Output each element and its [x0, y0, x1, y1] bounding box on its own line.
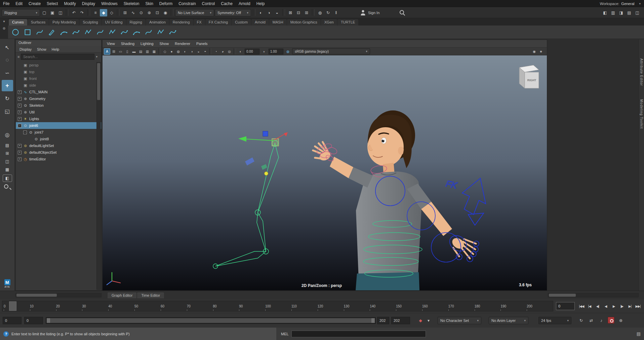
expand-toggle[interactable]: + — [18, 117, 22, 121]
redo-icon[interactable]: ↷ — [78, 9, 86, 16]
undo-icon[interactable]: ↶ — [70, 9, 78, 16]
step-back-key-button[interactable]: |◀ — [586, 302, 594, 310]
node-editor-icon[interactable]: ⊟ — [295, 9, 302, 16]
outliner-item[interactable]: + Skeleton — [16, 102, 101, 109]
workspace-selector[interactable]: Workspace: General — [600, 2, 644, 6]
animation-preferences-icon[interactable]: ⊛ — [617, 317, 625, 324]
step-forward-key-button[interactable]: ▶| — [626, 302, 634, 310]
gamma-icon[interactable]: ◗ — [261, 48, 267, 55]
search-input[interactable] — [21, 54, 94, 60]
three-point-arc-icon[interactable] — [58, 27, 69, 38]
expand-toggle[interactable]: - — [18, 124, 22, 128]
rebuild-curve-icon[interactable] — [155, 27, 166, 38]
expand-toggle[interactable]: - — [23, 131, 27, 134]
exposure-field[interactable]: 0.00 — [245, 49, 259, 54]
outliner-menu-item[interactable]: Display — [17, 47, 34, 52]
occlusion-icon[interactable]: ◒ — [195, 48, 202, 55]
use-all-lights-icon[interactable]: ◐ — [182, 48, 188, 55]
shelf-tab[interactable]: MASH — [269, 19, 287, 26]
outliner-item[interactable]: front — [16, 75, 101, 82]
menubar-item[interactable]: Windows — [98, 0, 121, 7]
cycle-check-icon[interactable]: ↻ — [324, 9, 332, 16]
menubar-item[interactable]: Modify — [61, 0, 79, 7]
single-pane-layout-icon[interactable]: ▤ — [3, 142, 12, 149]
expand-toggle[interactable]: + — [18, 110, 22, 114]
bezier-curve-tool-icon[interactable] — [71, 27, 81, 38]
make-live-icon[interactable]: ◉ — [162, 9, 169, 16]
symmetry-dropdown[interactable]: Symmetry: Off — [215, 9, 251, 16]
go-to-end-button[interactable]: ▶▶| — [634, 302, 642, 310]
sidebar-vertical-tab[interactable]: Modeling Toolkit — [640, 99, 643, 129]
outliner-item[interactable]: + Util — [16, 109, 101, 115]
uv-editor-icon[interactable]: ⊞ — [303, 9, 310, 16]
ep-curve-tool-icon[interactable] — [34, 27, 45, 38]
outliner-item[interactable]: - joint6 — [16, 122, 101, 129]
viewport-menu-item[interactable]: Panels — [193, 41, 211, 46]
playback-end-field[interactable]: 202 — [377, 317, 389, 324]
file-open-icon[interactable]: ▣ — [49, 9, 56, 16]
play-forward-button[interactable]: ▶ — [610, 302, 618, 310]
motion-blur-icon[interactable]: ◓ — [202, 48, 208, 55]
viewport-menu-item[interactable]: View — [104, 41, 118, 46]
playblast-icon[interactable]: ⇄ — [588, 317, 595, 324]
menubar-item[interactable]: Cache — [218, 0, 236, 7]
mel-command-input[interactable] — [291, 331, 426, 337]
viewport-menu-item[interactable]: Shading — [118, 41, 137, 46]
shelf-tab[interactable]: Motion Graphics — [287, 19, 321, 26]
menubar-item[interactable]: Deform — [156, 0, 175, 7]
film-gate-icon[interactable]: ▭ — [117, 48, 124, 55]
file-new-icon[interactable]: ▢ — [41, 9, 48, 16]
fps-dropdown[interactable]: 24 fps — [538, 317, 571, 324]
soft-modification-icon[interactable]: ◎ — [2, 129, 13, 140]
step-forward-frame-button[interactable]: |▶ — [618, 302, 626, 310]
outliner-item[interactable]: + CTL_MAIN — [16, 89, 101, 95]
editor-tab[interactable]: Time Editor — [137, 292, 164, 298]
filter-icon[interactable]: ≡ — [17, 55, 19, 59]
two-pane-layout-icon[interactable]: ◫ — [3, 158, 12, 165]
extend-curve-icon[interactable] — [131, 27, 142, 38]
nurbs-square-icon[interactable] — [22, 27, 33, 38]
snap-point-icon[interactable]: ⊙ — [137, 9, 145, 16]
shaded-mode-icon[interactable]: ● — [168, 48, 175, 55]
set-key-icon[interactable]: ◆ — [417, 317, 424, 324]
expand-toggle[interactable]: + — [18, 151, 22, 154]
outliner-menu-item[interactable]: Help — [49, 47, 62, 52]
select-tool-icon[interactable]: ↖ — [2, 42, 13, 53]
select-hierarchy-icon[interactable]: ≡ — [92, 9, 99, 16]
shelf-tab[interactable]: Sculpting — [79, 19, 101, 26]
outliner-item[interactable]: persp — [16, 62, 101, 68]
anim-layer-dropdown[interactable]: No Anim Layer — [489, 317, 528, 324]
expand-toggle[interactable]: + — [18, 104, 22, 107]
character-menu-caret-icon[interactable]: ▾ — [425, 317, 432, 324]
menubar-item[interactable]: Display — [79, 0, 98, 7]
snap-grid-icon[interactable]: ⊞ — [121, 9, 129, 16]
time-slider-track[interactable]: 0102030405060708090100110120130140150160… — [2, 301, 553, 311]
search-options-caret-icon[interactable]: ▾ — [96, 55, 99, 58]
shadows-icon[interactable]: ◑ — [189, 48, 195, 55]
snap-projected-center-icon[interactable]: ⊕ — [146, 9, 153, 16]
menubar-item[interactable]: File — [0, 0, 12, 7]
attribute-editor-toggle-icon[interactable]: ◨ — [617, 9, 625, 16]
rotate-tool-icon[interactable]: ↻ — [2, 93, 13, 104]
shelf-tab[interactable]: TURTLE — [337, 19, 359, 26]
play-backward-button[interactable]: ◀ — [602, 302, 610, 310]
playback-loop-icon[interactable]: ↻ — [577, 317, 585, 324]
editor-tab[interactable]: Graph Editor — [108, 292, 136, 298]
animation-start-field[interactable]: 0 — [3, 317, 22, 324]
gate-mask-icon[interactable]: ▬ — [131, 48, 137, 55]
outliner-item[interactable]: joint8 — [16, 136, 101, 142]
go-to-start-button[interactable]: |◀◀ — [577, 302, 586, 310]
step-back-frame-button[interactable]: ◀| — [594, 302, 602, 310]
expand-toggle[interactable]: + — [18, 97, 22, 101]
view-transform-dropdown[interactable]: sRGB gamma (legacy) — [292, 48, 370, 54]
shelf-tab-menu-icon[interactable]: ▾ — [3, 19, 5, 23]
attach-curves-icon[interactable] — [95, 27, 106, 38]
tool-settings-toggle-icon[interactable]: ▥ — [609, 9, 617, 16]
channel-box-toggle-icon[interactable]: ▤ — [626, 9, 633, 16]
viewport-menu-item[interactable]: Lighting — [137, 41, 157, 46]
snap-view-plane-icon[interactable]: ⊡ — [154, 9, 161, 16]
outliner-item[interactable]: + timeEditor — [16, 156, 101, 162]
expand-toggle[interactable]: + — [18, 157, 22, 161]
sign-in-button[interactable]: Sign In — [359, 9, 379, 16]
bookmark-icon[interactable]: ★ — [538, 48, 544, 55]
